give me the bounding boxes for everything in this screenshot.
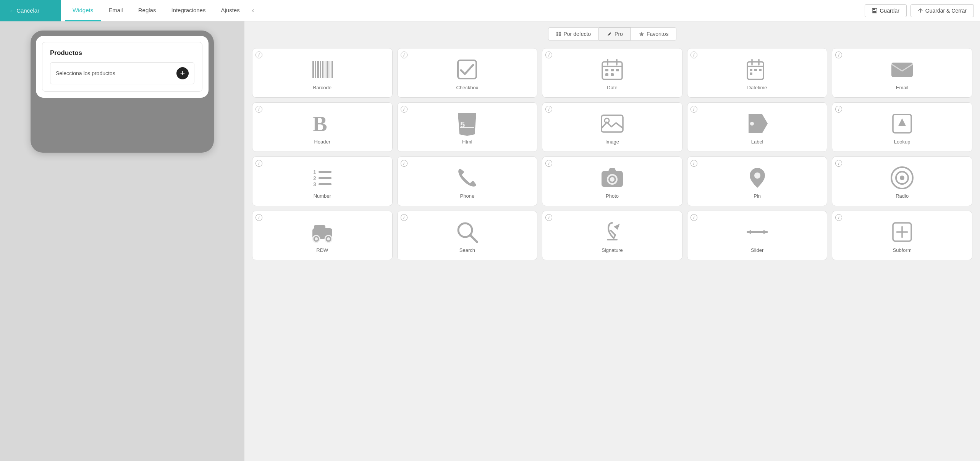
label-info[interactable]: i xyxy=(691,106,697,113)
tab-email[interactable]: Email xyxy=(101,0,131,21)
widget-barcode[interactable]: i Barcode xyxy=(252,48,393,98)
svg-point-41 xyxy=(750,122,754,126)
svg-rect-11 xyxy=(320,61,321,78)
svg-rect-25 xyxy=(605,73,608,76)
svg-text:B: B xyxy=(312,111,327,136)
barcode-icon xyxy=(310,57,335,82)
svg-rect-60 xyxy=(314,225,325,231)
widget-label[interactable]: i Label xyxy=(687,102,828,152)
widget-radio[interactable]: i Radio xyxy=(832,156,972,206)
tab-integraciones[interactable]: Integraciones xyxy=(163,0,213,21)
widget-checkbox[interactable]: i Checkbox xyxy=(397,48,538,98)
header-info[interactable]: i xyxy=(256,106,262,113)
rdw-label: RDW xyxy=(316,247,328,253)
lookup-info[interactable]: i xyxy=(835,106,842,113)
widget-date[interactable]: i Date xyxy=(542,48,682,98)
subform-info[interactable]: i xyxy=(835,214,842,221)
svg-rect-33 xyxy=(759,69,762,71)
leaf-icon xyxy=(607,31,612,37)
widget-header[interactable]: i B Header xyxy=(252,102,393,152)
svg-rect-2 xyxy=(873,11,876,13)
widget-number[interactable]: i 1 2 3 Number xyxy=(252,156,393,206)
svg-rect-8 xyxy=(312,61,314,78)
tab-ajustes[interactable]: Ajustes xyxy=(213,0,247,21)
cancel-button[interactable]: ← Cancelar xyxy=(0,0,61,21)
widget-datetime[interactable]: i Datetime xyxy=(687,48,828,98)
tab-widgets[interactable]: Widgets xyxy=(65,0,101,21)
subform-label: Subform xyxy=(893,247,912,253)
svg-rect-1 xyxy=(873,8,875,10)
widget-rdw[interactable]: i RDW xyxy=(252,211,393,260)
por-defecto-label: Por defecto xyxy=(564,31,591,37)
date-label: Date xyxy=(607,85,617,90)
html-info[interactable]: i xyxy=(401,106,408,113)
widget-subform[interactable]: i Subform xyxy=(832,211,972,260)
checkbox-info[interactable]: i xyxy=(401,52,408,58)
svg-marker-7 xyxy=(639,32,644,36)
slider-info[interactable]: i xyxy=(691,214,697,221)
add-product-button[interactable]: + xyxy=(176,67,189,79)
form-field-row: Selecciona los productos + xyxy=(50,62,194,84)
svg-rect-34 xyxy=(750,73,752,75)
radio-info[interactable]: i xyxy=(835,160,842,167)
pin-icon xyxy=(745,166,770,190)
save-close-label: Guardar & Cerrar xyxy=(925,8,967,14)
signature-info[interactable]: i xyxy=(545,214,552,221)
widget-search[interactable]: i Search xyxy=(397,211,538,260)
grid-icon xyxy=(556,31,561,37)
save-close-button[interactable]: Guardar & Cerrar xyxy=(910,4,974,17)
widget-email[interactable]: i Email xyxy=(832,48,972,98)
rdw-info[interactable]: i xyxy=(256,214,262,221)
save-label: Guardar xyxy=(880,8,899,14)
photo-info[interactable]: i xyxy=(545,160,552,167)
widget-phone[interactable]: i Phone xyxy=(397,156,538,206)
widget-lookup[interactable]: i Lookup xyxy=(832,102,972,152)
html-icon: 5 xyxy=(455,111,479,136)
tab-favoritos[interactable]: Favoritos xyxy=(631,27,677,40)
svg-rect-16 xyxy=(332,61,333,78)
photo-label: Photo xyxy=(606,193,619,199)
widget-signature[interactable]: i Signature xyxy=(542,211,682,260)
search-icon xyxy=(455,220,479,244)
svg-point-56 xyxy=(900,176,904,180)
email-icon xyxy=(890,57,914,82)
top-nav: ← Cancelar Widgets Email Reglas Integrac… xyxy=(0,0,980,21)
svg-rect-15 xyxy=(330,61,330,78)
date-info[interactable]: i xyxy=(545,52,552,58)
phone-label: Phone xyxy=(460,193,475,199)
number-info[interactable]: i xyxy=(256,160,262,167)
svg-rect-49 xyxy=(319,183,332,185)
svg-rect-32 xyxy=(754,69,757,71)
svg-marker-43 xyxy=(898,118,906,126)
svg-rect-22 xyxy=(605,69,608,71)
search-info[interactable]: i xyxy=(401,214,408,221)
collapse-button[interactable]: ‹ xyxy=(247,6,259,15)
device-screen: Productos Selecciona los productos + xyxy=(36,36,209,98)
tab-pro[interactable]: Pro xyxy=(599,27,631,40)
tab-por-defecto[interactable]: Por defecto xyxy=(548,27,599,40)
save-icon xyxy=(872,8,877,13)
nav-tabs: Widgets Email Reglas Integraciones Ajust… xyxy=(61,0,865,21)
image-info[interactable]: i xyxy=(545,106,552,113)
datetime-info[interactable]: i xyxy=(691,52,697,58)
pro-label: Pro xyxy=(615,31,623,37)
barcode-info[interactable]: i xyxy=(256,52,262,58)
svg-text:3: 3 xyxy=(313,181,316,187)
widget-slider[interactable]: i Slider xyxy=(687,211,828,260)
number-icon: 1 2 3 xyxy=(310,166,335,190)
svg-text:1: 1 xyxy=(313,169,316,175)
widget-photo[interactable]: i Photo xyxy=(542,156,682,206)
image-label: Image xyxy=(605,139,619,145)
phone-info[interactable]: i xyxy=(401,160,408,167)
tab-reglas[interactable]: Reglas xyxy=(131,0,164,21)
save-button[interactable]: Guardar xyxy=(865,4,906,17)
widget-pin[interactable]: i Pin xyxy=(687,156,828,206)
pin-info[interactable]: i xyxy=(691,160,697,167)
widget-image[interactable]: i Image xyxy=(542,102,682,152)
image-icon xyxy=(600,111,624,136)
svg-rect-14 xyxy=(327,61,328,78)
signature-label: Signature xyxy=(602,247,623,253)
email-info[interactable]: i xyxy=(835,52,842,58)
widget-html[interactable]: i 5 Html xyxy=(397,102,538,152)
radio-label: Radio xyxy=(896,193,909,199)
